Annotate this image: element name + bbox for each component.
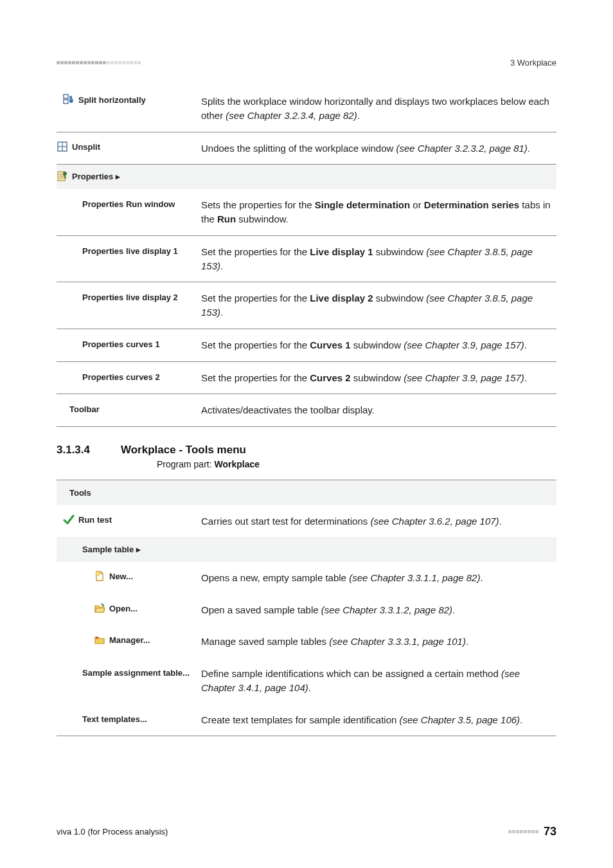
- new-file-icon: [94, 570, 105, 582]
- footer-product: viva 1.0 (for Process analysis): [57, 827, 168, 836]
- menu-description: Undoes the splitting of the workplace wi…: [201, 141, 556, 156]
- page-header: 3 Workplace: [57, 58, 556, 68]
- menu-description: Opens a new, empty sample table (see Cha…: [201, 571, 556, 585]
- menu-description: Set the properties for the Curves 1 subw…: [201, 338, 556, 352]
- menu-row-properties-curves-2: Properties curves 2 Set the properties f…: [57, 362, 556, 395]
- menu-label: New...: [109, 571, 133, 583]
- page-number: 73: [544, 825, 556, 838]
- folder-icon: [94, 634, 105, 646]
- svg-rect-0: [64, 95, 68, 98]
- open-folder-icon: [94, 602, 105, 614]
- svg-point-12: [96, 637, 98, 639]
- program-part-label: Program part: Workplace: [157, 459, 556, 469]
- menu-label: Properties curves 2: [82, 372, 160, 382]
- menu-label: Open...: [109, 603, 138, 615]
- menu-row-properties-header: Properties ▸: [57, 165, 556, 189]
- menu-label: Properties ▸: [72, 171, 120, 183]
- menu-label: Properties live display 2: [82, 293, 178, 302]
- menu-label: Properties live display 1: [82, 246, 178, 256]
- split-horizontal-icon: [63, 94, 75, 105]
- menu-label: Toolbar: [69, 404, 100, 414]
- menu-row-manager: Manager... Manage saved sample tables (s…: [57, 626, 556, 658]
- menu-row-split-horizontally: Split horizontally Splits the workplace …: [57, 86, 556, 132]
- header-chapter: 3 Workplace: [510, 58, 556, 68]
- header-ornament: [57, 61, 141, 64]
- menu-row-run-test: Run test Carries out start test for dete…: [57, 505, 556, 538]
- menu-label: Sample assignment table...: [82, 668, 190, 678]
- menu-row-sample-table: Sample table ▸: [57, 537, 556, 562]
- section-heading: 3.1.3.4Workplace - Tools menu: [57, 444, 556, 457]
- section-number: 3.1.3.4: [57, 444, 121, 457]
- section-title: Workplace - Tools menu: [121, 444, 246, 456]
- menu-label: Split horizontally: [78, 95, 146, 106]
- menu-row-toolbar: Toolbar Activates/deactivates the toolba…: [57, 394, 556, 427]
- properties-icon: [57, 170, 68, 182]
- menu-label: Manager...: [109, 635, 150, 646]
- menu-label: Text templates...: [82, 714, 147, 724]
- menu-description: Define sample identifications which can …: [201, 667, 556, 695]
- page-footer: viva 1.0 (for Process analysis) 73: [57, 825, 556, 838]
- menu-label: Sample table ▸: [82, 545, 141, 554]
- menu-table-view: Split horizontally Splits the workplace …: [57, 86, 556, 427]
- menu-description: Splits the workplace window horizontally…: [201, 95, 556, 123]
- menu-row-open: Open... Open a saved sample table (see C…: [57, 594, 556, 626]
- menu-description: Manage saved sample tables (see Chapter …: [201, 635, 556, 649]
- menu-description: Open a saved sample table (see Chapter 3…: [201, 603, 556, 617]
- menu-description: Carries out start test for determination…: [201, 514, 556, 529]
- menu-row-properties-run: Properties Run window Sets the propertie…: [57, 189, 556, 236]
- menu-row-sample-assignment: Sample assignment table... Define sample…: [57, 658, 556, 704]
- menu-row-properties-live-1: Properties live display 1 Set the proper…: [57, 236, 556, 283]
- menu-description: Sets the properties for the Single deter…: [201, 198, 556, 226]
- menu-row-text-templates: Text templates... Create text templates …: [57, 704, 556, 737]
- menu-description: Set the properties for the Curves 2 subw…: [201, 371, 556, 385]
- menu-label: Tools: [69, 488, 91, 498]
- svg-rect-1: [64, 100, 68, 104]
- menu-label: Unsplit: [72, 141, 100, 153]
- menu-table-tools: Tools Run test Carries out start test fo…: [57, 480, 556, 736]
- menu-row-tools-header: Tools: [57, 480, 556, 505]
- menu-row-new: New... Opens a new, empty sample table (…: [57, 562, 556, 594]
- menu-description: Set the properties for the Live display …: [201, 291, 556, 320]
- footer-ornament: [508, 830, 538, 833]
- menu-description: Activates/deactivates the toolbar displa…: [201, 403, 556, 417]
- menu-label: Run test: [78, 514, 112, 526]
- check-icon: [63, 514, 75, 525]
- unsplit-icon: [57, 141, 68, 152]
- menu-row-unsplit: Unsplit Undoes the splitting of the work…: [57, 132, 556, 165]
- menu-description: Set the properties for the Live display …: [201, 245, 556, 273]
- menu-label: Properties curves 1: [82, 339, 160, 349]
- menu-label: Properties Run window: [82, 199, 175, 209]
- menu-row-properties-curves-1: Properties curves 1 Set the properties f…: [57, 329, 556, 362]
- menu-description: Create text templates for sample identif…: [201, 713, 556, 727]
- svg-point-9: [63, 172, 67, 176]
- menu-row-properties-live-2: Properties live display 2 Set the proper…: [57, 282, 556, 329]
